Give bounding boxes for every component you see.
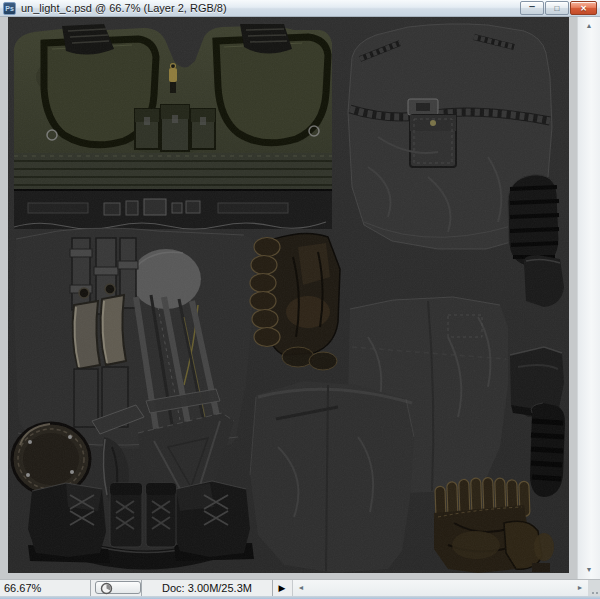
texture-grain-overlay xyxy=(8,17,569,573)
zoom-level-field[interactable]: 66.67% xyxy=(0,580,90,596)
statusbar-menu-button[interactable]: ▶ xyxy=(274,580,290,596)
scroll-up-icon[interactable]: ▲ xyxy=(578,20,600,32)
photoshop-file-icon: Ps xyxy=(3,2,16,15)
resize-grip[interactable] xyxy=(588,580,600,596)
texture-atlas-image xyxy=(8,17,569,573)
window-title: un_light_c.psd @ 66.7% (Layer 2, RGB/8) xyxy=(21,2,227,14)
statusbar-divider xyxy=(272,580,273,596)
window-controls: – □ ✕ xyxy=(520,1,597,15)
minimize-icon: – xyxy=(521,2,543,14)
horizontal-scrollbar[interactable]: ◄ ► xyxy=(292,580,588,596)
maximize-icon: □ xyxy=(546,2,568,14)
document-status-icon xyxy=(100,582,113,595)
statusbar-divider xyxy=(90,580,91,596)
document-canvas[interactable] xyxy=(8,17,569,573)
vertical-scrollbar[interactable]: ▲ ▼ xyxy=(577,17,600,579)
close-icon: ✕ xyxy=(571,2,596,14)
doc-size-field: Doc: 3.00M/25.3M xyxy=(142,580,272,596)
photoshop-document-window: Ps un_light_c.psd @ 66.7% (Layer 2, RGB/… xyxy=(0,0,600,599)
statusbar: 66.67% Doc: 3.00M/25.3M ▶ ◄ ► xyxy=(0,579,600,596)
scroll-left-icon[interactable]: ◄ xyxy=(294,580,308,596)
scroll-down-icon[interactable]: ▼ xyxy=(578,564,600,576)
document-status-button[interactable] xyxy=(95,581,141,594)
scroll-right-icon[interactable]: ► xyxy=(573,580,587,596)
close-button[interactable]: ✕ xyxy=(570,1,597,15)
maximize-button[interactable]: □ xyxy=(545,1,569,15)
minimize-button[interactable]: – xyxy=(520,1,544,15)
window-titlebar[interactable]: Ps un_light_c.psd @ 66.7% (Layer 2, RGB/… xyxy=(0,0,600,17)
